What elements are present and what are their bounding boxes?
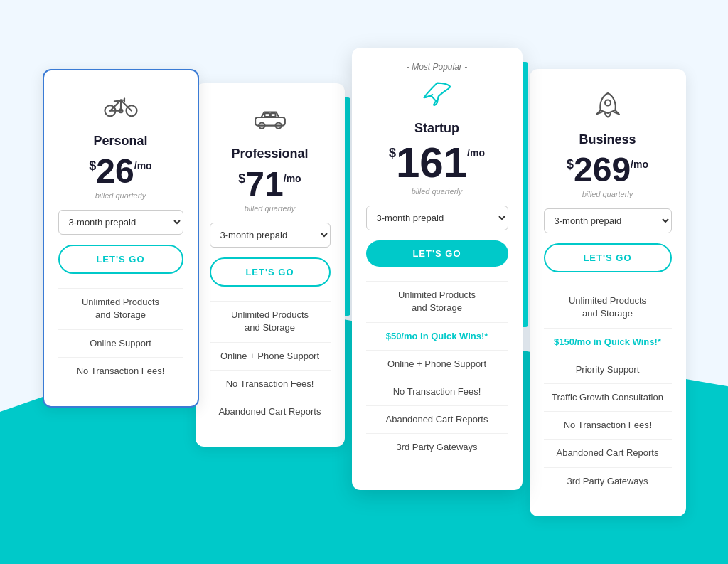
business-feature-4: No Transaction Fees!	[544, 411, 672, 439]
pricing-container: Personal $ 26 /mo billed quarterly 3-mon…	[36, 33, 693, 531]
business-dollar: $	[567, 157, 574, 172]
startup-feature-1: Unlimited Productsand Storage	[366, 281, 508, 321]
most-popular-label: - Most Popular -	[366, 62, 508, 72]
startup-amount: 161	[396, 142, 467, 184]
startup-feature-3: No Transaction Fees!	[366, 378, 508, 405]
personal-dollar: $	[89, 159, 96, 174]
professional-feature-3: No Transaction Fees!	[210, 370, 331, 398]
startup-feature-2: Online + Phone Support	[366, 350, 508, 378]
business-plan-name: Business	[544, 132, 672, 147]
rocket-icon	[544, 90, 672, 125]
bicycle-icon	[58, 92, 183, 127]
business-amount: 269	[574, 153, 631, 187]
professional-period: /mo	[284, 173, 301, 184]
professional-plan-name: Professional	[210, 147, 331, 161]
startup-billed: billed quarterly	[366, 187, 508, 196]
professional-lets-go-button[interactable]: LET'S GO	[210, 257, 331, 287]
business-price: $ 269 /mo	[544, 153, 672, 187]
startup-feature-5: 3rd Party Gateways	[366, 433, 508, 461]
plan-card-personal: Personal $ 26 /mo billed quarterly 3-mon…	[43, 69, 199, 408]
business-feature-3: Traffic Growth Consultation	[544, 383, 672, 411]
personal-feature-1: Unlimited Productsand Storage	[58, 288, 183, 329]
personal-billed: billed quarterly	[58, 191, 183, 200]
business-feature-5: Abandoned Cart Reports	[544, 439, 672, 467]
svg-rect-14	[264, 113, 269, 117]
startup-select[interactable]: 3-month prepaid	[366, 206, 508, 230]
professional-features: Unlimited Productsand Storage Online + P…	[210, 301, 331, 425]
professional-feature-4: Abandoned Cart Reports	[210, 398, 331, 425]
business-features: Unlimited Productsand Storage $150/mo in…	[544, 287, 672, 495]
business-feature-1: Unlimited Productsand Storage	[544, 287, 672, 327]
plan-card-professional: Professional $ 71 /mo billed quarterly 3…	[196, 83, 345, 447]
professional-amount: 71	[245, 167, 283, 201]
professional-feature-1: Unlimited Productsand Storage	[210, 301, 331, 341]
plan-card-business: Business $ 269 /mo billed quarterly 3-mo…	[530, 69, 686, 516]
personal-amount: 26	[96, 154, 134, 188]
startup-features: Unlimited Productsand Storage $50/mo in …	[366, 281, 508, 461]
personal-feature-3: No Transaction Fees!	[58, 357, 183, 385]
business-billed: billed quarterly	[544, 190, 672, 198]
personal-features: Unlimited Productsand Storage Online Sup…	[58, 288, 183, 385]
professional-feature-2: Online + Phone Support	[210, 342, 331, 370]
business-period: /mo	[631, 159, 648, 170]
startup-feature-quickwins: $50/mo in Quick Wins!*	[366, 322, 508, 350]
svg-point-16	[605, 100, 611, 106]
professional-select[interactable]: 3-month prepaid	[210, 223, 331, 248]
professional-price: $ 71 /mo	[210, 167, 331, 201]
business-select[interactable]: 3-month prepaid	[544, 208, 672, 233]
personal-feature-2: Online Support	[58, 329, 183, 357]
personal-period: /mo	[134, 160, 152, 171]
professional-dollar: $	[238, 171, 245, 186]
startup-price: $ 161 /mo	[366, 142, 508, 184]
business-feature-2: Priority Support	[544, 356, 672, 383]
professional-billed: billed quarterly	[210, 204, 331, 213]
startup-feature-4: Abandoned Cart Reports	[366, 405, 508, 433]
plan-card-startup: - Most Popular - Startup $ 161 /mo bille…	[352, 48, 523, 489]
business-feature-6: 3rd Party Gateways	[544, 467, 672, 495]
startup-lets-go-button[interactable]: LET'S GO	[366, 240, 508, 267]
startup-dollar: $	[389, 146, 396, 161]
personal-lets-go-button[interactable]: LET'S GO	[58, 245, 183, 274]
startup-plan-name: Startup	[366, 121, 508, 136]
airplane-icon	[366, 79, 508, 114]
car-icon	[210, 105, 331, 139]
personal-price: $ 26 /mo	[58, 154, 183, 188]
personal-select[interactable]: 3-month prepaid	[58, 210, 183, 235]
startup-period: /mo	[467, 147, 485, 159]
svg-rect-15	[270, 113, 275, 117]
business-feature-quickwins: $150/mo in Quick Wins!*	[544, 328, 672, 356]
business-lets-go-button[interactable]: LET'S GO	[544, 243, 672, 272]
personal-plan-name: Personal	[58, 134, 183, 149]
